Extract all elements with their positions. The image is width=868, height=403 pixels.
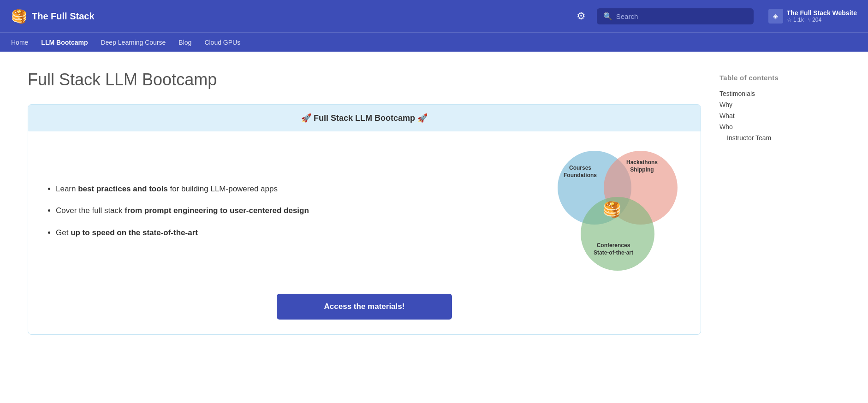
card-header: 🚀 Full Stack LLM Bootcamp 🚀 [28, 105, 701, 131]
card-footer: Access the materials! [28, 284, 701, 334]
website-diamond-icon: ◈ [768, 9, 783, 24]
toc-item-what[interactable]: What [719, 110, 839, 121]
logo-icon: 🥞 [11, 9, 27, 24]
toc-item-testimonials[interactable]: Testimonials [719, 88, 839, 99]
website-info: ◈ The Full Stack Website ☆ 1.1k ⑂ 204 [768, 9, 857, 24]
header: 🥞 The Full Stack ⚙ 🔍 ◈ The Full Stack We… [0, 0, 868, 32]
website-stats: ☆ 1.1k ⑂ 204 [787, 17, 857, 23]
nav: Home LLM Bootcamp Deep Learning Course B… [0, 32, 868, 52]
toc-item-who[interactable]: Who [719, 121, 839, 132]
main-layout: Full Stack LLM Bootcamp 🚀 Full Stack LLM… [0, 52, 867, 353]
sidebar-toc: Table of contents Testimonials Why What … [719, 70, 839, 335]
bootcamp-card: 🚀 Full Stack LLM Bootcamp 🚀 Learn best p… [28, 104, 701, 335]
list-item-3: Get up to speed on the state-of-the-art [56, 227, 525, 239]
page-title: Full Stack LLM Bootcamp [28, 70, 701, 89]
card-body: Learn best practices and tools for build… [28, 131, 701, 284]
toc-title: Table of contents [719, 74, 839, 82]
content-area: Full Stack LLM Bootcamp 🚀 Full Stack LLM… [28, 70, 701, 335]
card-list: Learn best practices and tools for build… [47, 183, 525, 239]
nav-item-llm-bootcamp[interactable]: LLM Bootcamp [41, 37, 88, 48]
access-materials-button[interactable]: Access the materials! [277, 294, 452, 320]
list-item-2: Cover the full stack from prompt enginee… [56, 205, 525, 217]
website-title: The Full Stack Website [787, 9, 857, 17]
list-item-1: Learn best practices and tools for build… [56, 183, 525, 195]
search-bar: 🔍 [597, 8, 754, 24]
nav-item-deep-learning[interactable]: Deep Learning Course [101, 37, 166, 48]
search-icon: 🔍 [603, 12, 612, 21]
toc-item-instructor-team[interactable]: Instructor Team [719, 132, 839, 143]
brand-name: The Full Stack [32, 11, 95, 22]
search-input[interactable] [616, 12, 747, 20]
nav-item-blog[interactable]: Blog [178, 37, 191, 48]
brand-logo[interactable]: 🥞 The Full Stack [11, 9, 103, 24]
gear-icon[interactable]: ⚙ [577, 10, 586, 22]
nav-item-home[interactable]: Home [11, 37, 28, 48]
website-forks: ⑂ 204 [808, 17, 821, 23]
venn-diagram: CoursesFoundations HackathonsShipping Co… [553, 146, 682, 275]
website-stars: ☆ 1.1k [787, 17, 804, 23]
nav-item-cloud-gpus[interactable]: Cloud GPUs [204, 37, 240, 48]
pancake-icon: 🥞 [603, 201, 621, 218]
toc-item-why[interactable]: Why [719, 99, 839, 110]
